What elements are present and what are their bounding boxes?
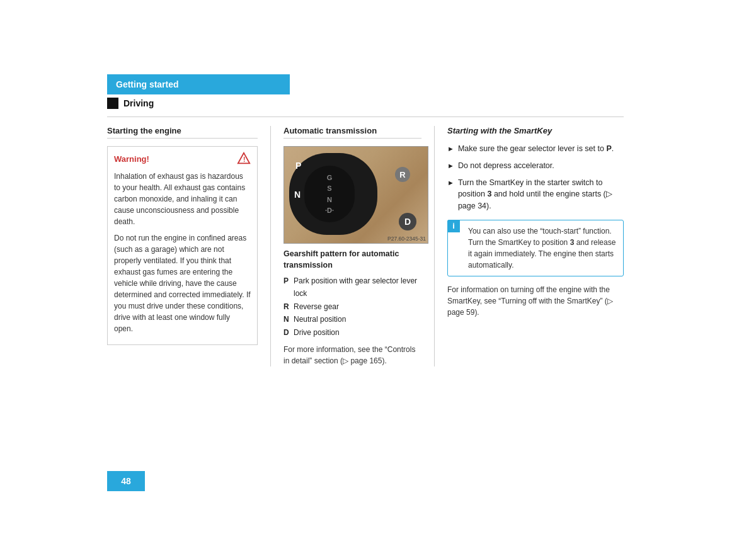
col3-smartkey: Starting with the SmartKey ► Make sure t…	[435, 126, 624, 366]
gear-d-badge: D	[399, 213, 416, 230]
bullet-arrow-2: ►	[447, 161, 454, 172]
gear-desc-n: Neutral position	[294, 313, 346, 326]
gear-s-label: S	[327, 185, 331, 192]
gear-d-star-label: ·D·	[325, 207, 334, 214]
col1-heading: Starting the engine	[107, 126, 258, 139]
gear-key-r: R	[284, 300, 291, 313]
bullet-item-3: ► Turn the SmartKey in the starter switc…	[447, 177, 624, 212]
gear-inner-n-label: N	[327, 196, 332, 203]
col2-automatic-transmission: Automatic transmission P N G S N ·D· R	[271, 126, 435, 366]
warning-title: Warning!	[114, 154, 149, 164]
smartkey-title: Starting with the SmartKey	[447, 126, 624, 135]
gear-image: P N G S N ·D· R D P27.60-2345-31	[284, 146, 428, 244]
warning-triangle-icon: !	[237, 152, 251, 166]
more-info-text: For more information, see the “Controls …	[284, 344, 421, 366]
warning-header: Warning! !	[114, 152, 251, 166]
gear-item-d: D Drive position	[284, 326, 421, 339]
col1-starting-engine: Starting the engine Warning! ! Inhalatio…	[107, 126, 271, 366]
svg-text:!: !	[243, 156, 245, 163]
info-text: You can also use the “touch-start” funct…	[454, 225, 617, 271]
section-square-icon	[107, 98, 118, 109]
gear-item-r: R Reverse gear	[284, 300, 421, 313]
gear-g-label: G	[327, 174, 333, 181]
inner-oval: G S N ·D·	[304, 166, 355, 222]
info-box: i You can also use the “touch-start” fun…	[447, 220, 624, 276]
image-tag: P27.60-2345-31	[387, 236, 426, 242]
gear-key-p: P	[284, 275, 291, 300]
gear-key-d: D	[284, 326, 291, 339]
info-icon: i	[447, 220, 460, 232]
page-number: 48	[121, 476, 131, 486]
gear-p-label: P	[295, 161, 301, 171]
page-container: Getting started Driving Starting the eng…	[0, 0, 756, 534]
gear-desc-r: Reverse gear	[294, 300, 339, 313]
bullet-text-3: Turn the SmartKey in the starter switch …	[458, 177, 624, 212]
col2-heading: Automatic transmission	[284, 126, 421, 139]
bullet-text-1: Make sure the gear selector lever is set…	[458, 143, 614, 155]
gear-key-n: N	[284, 313, 291, 326]
section-label: Driving	[123, 98, 154, 108]
bullet-item-2: ► Do not depress accelerator.	[447, 160, 624, 172]
header-title: Getting started	[116, 79, 179, 89]
warning-box: Warning! ! Inhalation of exhaust gas is …	[107, 146, 258, 345]
bullet-arrow-1: ►	[447, 144, 454, 155]
gear-list: P Park position with gear selector lever…	[284, 275, 421, 339]
gearshift-caption: Gearshift pattern for automatic transmis…	[284, 249, 421, 271]
section-label-row: Driving	[107, 98, 154, 109]
gear-n-label: N	[294, 190, 301, 200]
gear-desc-d: Drive position	[294, 326, 340, 339]
top-divider	[107, 116, 624, 117]
gear-desc-p: Park position with gear selector lever l…	[294, 275, 421, 300]
footer-text: For information on turning off the engin…	[447, 284, 624, 318]
page-number-box: 48	[107, 471, 145, 491]
gear-item-p: P Park position with gear selector lever…	[284, 275, 421, 300]
bullet-item-1: ► Make sure the gear selector lever is s…	[447, 143, 624, 155]
columns-wrapper: Starting the engine Warning! ! Inhalatio…	[107, 126, 636, 366]
bullet-text-2: Do not depress accelerator.	[458, 160, 554, 172]
gear-r-badge: R	[395, 167, 410, 182]
header-bar: Getting started	[107, 74, 290, 94]
warning-text: Inhalation of exhaust gas is hazardous t…	[114, 171, 251, 334]
bullet-arrow-3: ►	[447, 178, 454, 212]
gear-item-n: N Neutral position	[284, 313, 421, 326]
bullet-list: ► Make sure the gear selector lever is s…	[447, 143, 624, 212]
